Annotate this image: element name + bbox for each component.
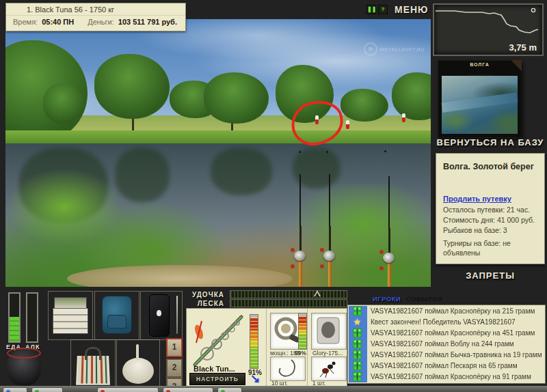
- taskbar-button[interactable]: [217, 387, 242, 392]
- taskbar-button[interactable]: [97, 387, 159, 392]
- fishing-rod-1[interactable]: [293, 174, 307, 287]
- tree: [341, 89, 388, 122]
- hooks-slot[interactable]: [270, 356, 306, 381]
- basket-body: [76, 356, 110, 385]
- scene-viewport[interactable]: ж INSTALLSOFT.RU: [5, 19, 431, 287]
- fishing-rod-2[interactable]: [323, 174, 336, 287]
- bucket-rim: [7, 348, 41, 359]
- taskbar-button[interactable]: [31, 387, 63, 392]
- tackle-box-drawers: [53, 308, 88, 334]
- tree: [204, 72, 269, 124]
- rod-name: Black Tun...: [194, 365, 235, 373]
- tree: [94, 54, 170, 119]
- line-bar[interactable]: [230, 299, 347, 307]
- depth-value: 3,75 m: [509, 42, 537, 53]
- taskbar-button[interactable]: [163, 387, 213, 392]
- bans-button[interactable]: ЗАПРЕТЫ: [436, 270, 545, 281]
- alcohol-meter: [26, 292, 38, 343]
- slot-fishing-bag[interactable]: [94, 291, 139, 340]
- apple-logo-icon: [157, 310, 161, 316]
- chat-event-icon: ★: [348, 349, 366, 360]
- chat-message-row: ★ Квест закончен! Победитель VASYA198216…: [348, 316, 545, 327]
- food-meter: [8, 292, 21, 343]
- rod-bar-label: УДОЧКА: [186, 291, 224, 298]
- net-cone: [122, 358, 154, 384]
- menu-button[interactable]: МЕНЮ: [395, 4, 429, 15]
- slot-feeder-net[interactable]: [116, 339, 160, 391]
- chat-log: ★ VASYA19821607 поймал Краснопёрку на 21…: [347, 305, 546, 384]
- slot-bucket[interactable]: [5, 345, 42, 389]
- chat-event-icon: ★: [348, 316, 366, 327]
- tab-events[interactable]: СОБЫТИЯ: [406, 295, 442, 303]
- help-button[interactable]: ?: [378, 5, 388, 14]
- chat-event-icon: ★: [348, 305, 366, 316]
- star-icon: ★: [353, 317, 362, 327]
- rod-depth-bar[interactable]: [230, 290, 347, 298]
- return-to-base-button[interactable]: ВЕРНУТЬСЯ НА БАЗУ: [436, 137, 545, 148]
- bobber-dot: [299, 151, 301, 153]
- butterfly-icon: [352, 372, 362, 382]
- chat-messages: ★ VASYA19821607 поймал Краснопёрку на 21…: [348, 305, 545, 382]
- divider: [307, 309, 308, 387]
- reel-meter: [298, 313, 307, 350]
- time-label: Время:: [13, 18, 38, 26]
- watermark: ж INSTALLSOFT.RU: [364, 42, 425, 56]
- chat-message-row: ★ VASYA19821607 поймал Краснопёрку на 45…: [348, 327, 545, 338]
- chat-message-row: ★ VASYA19821607 поймал Краснопёрку на 21…: [348, 305, 545, 316]
- basket-handle: [85, 347, 101, 360]
- chat-message-text: VASYA19821607 поймал Краснопёрку на 451 …: [366, 329, 535, 337]
- rod-detail-panel: 91% Black Tun... 1750 кг НАСТРОИТЬ ↘ мощ…: [186, 308, 347, 387]
- taskbar-button[interactable]: [3, 387, 27, 392]
- float-circled[interactable]: [315, 115, 319, 124]
- float[interactable]: [402, 113, 405, 122]
- location-stat-line: Турниры на базе: не объявлены: [436, 238, 544, 257]
- cast-arrow-icon[interactable]: ↘: [250, 372, 260, 386]
- chat-event-icon: ★: [348, 327, 366, 338]
- money-label: Деньги:: [88, 18, 114, 26]
- slot-basket[interactable]: [70, 339, 116, 391]
- extend-ticket-link[interactable]: Продлить путевку: [443, 195, 511, 203]
- pause-button[interactable]: ❚❚: [366, 5, 376, 14]
- tree: [43, 83, 84, 124]
- location-info-panel: Волга. Золотой берег Продлить путевку Ос…: [436, 153, 545, 264]
- chat-message-row: ★ VASYA19821607 поймал Воблу на 244 грам…: [348, 338, 545, 349]
- depth-chart: 3,75 m: [433, 3, 544, 56]
- iphone-body: [149, 294, 170, 337]
- chat-event-icon: ★: [348, 371, 366, 382]
- chat-message-row: ★ VASYA19821607 поймал Краснопёрку на 91…: [348, 371, 545, 382]
- reel-percent: 99%: [295, 350, 306, 356]
- chat-message-text: Квест закончен! Победитель VASYA19821607: [366, 318, 516, 326]
- location-card[interactable]: ВОЛГА ··························: [438, 60, 522, 138]
- rod-select-1[interactable]: 1: [166, 338, 183, 357]
- chat-message-text: VASYA19821607 поймал Воблу на 244 грамм: [366, 340, 514, 348]
- location-photo: [442, 76, 518, 134]
- configure-button[interactable]: НАСТРОИТЬ: [189, 373, 245, 385]
- rod-bar-marker[interactable]: [314, 290, 321, 296]
- bait-slot[interactable]: [311, 356, 347, 381]
- tab-players[interactable]: ИГРОКИ: [373, 295, 401, 303]
- depth-marker-icon: [531, 8, 535, 12]
- quiver-tip-item: [176, 296, 178, 334]
- card-fold-corner: [511, 60, 522, 71]
- bag-pocket: [107, 315, 126, 328]
- bait-name: Glory-175...: [312, 350, 343, 356]
- watermark-butterfly-icon: ж: [364, 42, 377, 56]
- bait-pack-slot[interactable]: [311, 313, 347, 350]
- rod-image[interactable]: [189, 313, 247, 369]
- fishing-rod-3[interactable]: [382, 176, 396, 287]
- time-value: 05:40 ПН: [42, 18, 74, 26]
- location-stat-line: Осталось путевки: 21 час.: [436, 204, 544, 214]
- chat-message-text: VASYA19821607 поймал Пескаря на 65 грамм: [366, 362, 518, 369]
- chat-event-icon: ★: [348, 360, 366, 371]
- float[interactable]: [346, 120, 349, 129]
- rod-select-2[interactable]: 2: [166, 359, 183, 378]
- slot-tackle-box[interactable]: [48, 291, 93, 340]
- butterfly-icon: [352, 306, 362, 316]
- slot-phone[interactable]: [140, 291, 183, 340]
- divider: [266, 309, 267, 387]
- location-stats: Осталось путевки: 21 час.Стоимость дня: …: [436, 204, 544, 257]
- chat-message-text: VASYA19821607 поймал Краснопёрку на 91 г…: [366, 373, 531, 380]
- butterfly-icon: [352, 361, 362, 371]
- location-stat-line: Рыбаков на базе: 3: [436, 225, 544, 235]
- game-window: ж INSTALLSOFT.RU 1. Black Tuna 56 - 1750…: [0, 0, 547, 392]
